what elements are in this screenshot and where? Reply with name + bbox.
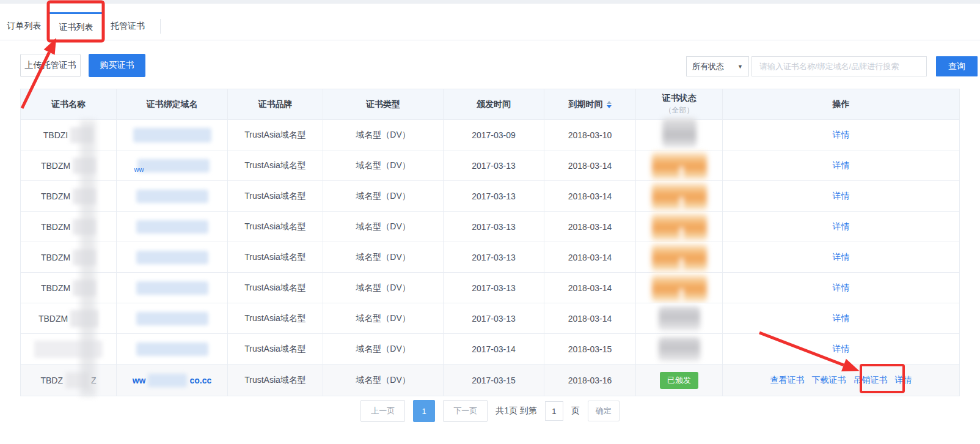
action-link[interactable]: 详情 (833, 313, 850, 324)
ops-cell: 详情 (723, 242, 960, 273)
domain-content (117, 251, 227, 264)
action-link[interactable]: 详情 (833, 191, 850, 202)
issue-date-cell: 2017-03-13 (444, 150, 544, 181)
domain-text[interactable]: ww (133, 376, 146, 385)
expire-date-cell: 2018-03-14 (544, 242, 636, 273)
action-link[interactable]: 详情 (833, 221, 850, 232)
col-cert-status-label: 证书状态 (636, 93, 722, 104)
cert-name-text: TBDZM (38, 314, 68, 324)
tab-order-list[interactable]: 订单列表 (0, 12, 48, 40)
status-cell (636, 181, 723, 212)
col-cert-status[interactable]: 证书状态 （全部） (636, 89, 723, 120)
domain-cell: ww (117, 150, 228, 181)
domain-content (117, 342, 227, 356)
status-filter-select[interactable]: 所有状态 ▼ (686, 56, 749, 76)
domain-cell (117, 334, 228, 364)
domain-content: wwco.cc (117, 374, 227, 387)
ops-cell: 详情 (723, 120, 960, 150)
domain-cell (117, 120, 228, 150)
action-link[interactable]: 吊销证书 (854, 375, 888, 386)
upload-hosted-cert-button[interactable]: 上传托管证书 (20, 54, 81, 77)
ops-cell: 详情 (723, 303, 960, 334)
ops-cell: 详情 (723, 273, 960, 303)
tab-hosted-certificates[interactable]: 托管证书 (104, 12, 152, 40)
domain-text: ww (134, 166, 144, 173)
type-cell: 域名型（DV） (323, 364, 444, 396)
domain-content (117, 220, 227, 234)
confirm-button[interactable]: 确定 (588, 401, 620, 421)
action-link[interactable]: 详情 (833, 130, 850, 141)
col-cert-name: 证书名称 (21, 89, 117, 120)
domain-content (117, 312, 227, 325)
col-bound-domain-label: 证书绑定域名 (147, 99, 198, 109)
expire-date-cell: 2018-03-14 (544, 150, 636, 181)
type-cell: 域名型（DV） (323, 212, 444, 242)
cert-name-content: TBDZM (21, 219, 116, 235)
col-issue-time: 颁发时间 (444, 89, 544, 120)
cert-name-text: TBDZM (41, 222, 70, 232)
cert-name-text: TBDZM (41, 161, 70, 171)
cert-name-content: TBDZM (21, 310, 116, 327)
cert-name-cell: TBDZM (21, 150, 117, 181)
redacted-domain-blob (137, 159, 210, 172)
col-expire-time[interactable]: 到期时间 (544, 89, 636, 120)
ops-content: 详情 (723, 283, 959, 294)
domain-cell (117, 212, 228, 242)
redacted-status-blob (659, 306, 700, 331)
cert-name-cell: TBDZM (21, 181, 117, 212)
action-link[interactable]: 下载证书 (812, 375, 846, 386)
action-link[interactable]: 详情 (833, 160, 850, 171)
status-cell (636, 150, 723, 181)
certificate-management-page: 订单列表 证书列表 托管证书 上传托管证书 购买证书 所有状态 ▼ 查询 证书名… (0, 0, 980, 444)
redacted-status-blob (652, 182, 707, 210)
pagination: 上一页 1 下一页 共1页 到第 页 确定 (0, 400, 980, 422)
query-button[interactable]: 查询 (936, 56, 978, 76)
domain-cell (117, 303, 228, 334)
prev-page-button[interactable]: 上一页 (360, 400, 405, 422)
ops-content: 详情 (723, 191, 959, 202)
expire-date-cell: 2018-03-10 (544, 120, 636, 150)
type-cell: 域名型（DV） (323, 273, 444, 303)
status-cell (636, 120, 723, 150)
search-input[interactable] (751, 56, 927, 76)
action-link[interactable]: 详情 (895, 375, 912, 386)
domain-content (117, 190, 227, 203)
status-cell (636, 334, 723, 364)
domain-content (117, 281, 227, 295)
redacted-domain-blob (136, 281, 208, 295)
brand-cell: TrustAsia域名型 (228, 334, 323, 364)
sort-asc-icon (607, 101, 612, 104)
col-bound-domain: 证书绑定域名 (117, 89, 228, 120)
goto-page-input[interactable] (545, 401, 563, 421)
brand-cell: TrustAsia域名型 (228, 242, 323, 273)
cert-name-cell: TBDZZ (21, 364, 117, 396)
action-link[interactable]: 详情 (833, 344, 850, 355)
issue-date-cell: 2017-03-13 (444, 303, 544, 334)
issue-date-cell: 2017-03-09 (444, 120, 544, 150)
action-link[interactable]: 详情 (833, 252, 850, 263)
ops-cell: 详情 (723, 212, 960, 242)
brand-cell: TrustAsia域名型 (228, 212, 323, 242)
domain-content: ww (117, 158, 227, 173)
redaction-streak (80, 120, 96, 396)
issue-date-cell: 2017-03-13 (444, 242, 544, 273)
action-link[interactable]: 查看证书 (770, 375, 805, 386)
current-page-button[interactable]: 1 (413, 400, 435, 422)
issue-date-cell: 2017-03-15 (444, 364, 544, 396)
sort-icons[interactable] (607, 101, 612, 108)
status-cell (636, 303, 723, 334)
tab-certificate-list[interactable]: 证书列表 (48, 12, 104, 41)
cert-name-text: TBDZM (41, 283, 70, 293)
domain-text-suffix[interactable]: co.cc (189, 376, 211, 385)
brand-cell: TrustAsia域名型 (228, 181, 323, 212)
domain-cell (117, 242, 228, 273)
redacted-domain-blob (136, 220, 208, 234)
status-filter-sub-label: （全部） (636, 105, 722, 116)
expire-date-cell: 2018-03-15 (544, 334, 636, 364)
buy-cert-button[interactable]: 购买证书 (89, 54, 145, 77)
issue-date-cell: 2017-03-13 (444, 212, 544, 242)
next-page-button[interactable]: 下一页 (443, 400, 488, 422)
ops-cell: 查看证书下载证书吊销证书详情 (723, 364, 960, 396)
action-link[interactable]: 详情 (833, 283, 850, 294)
cert-name-content: TBDZM (21, 188, 116, 204)
